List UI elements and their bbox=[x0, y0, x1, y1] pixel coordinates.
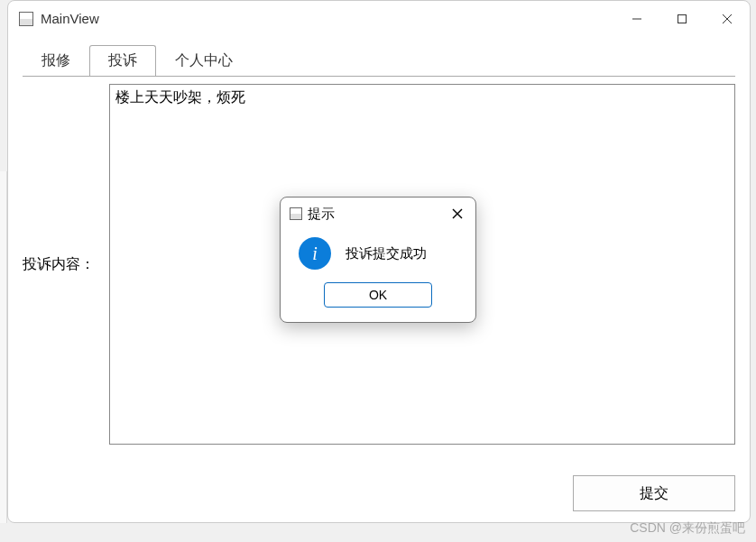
minimize-icon bbox=[632, 14, 642, 24]
dialog-titlebar: 提示 bbox=[281, 198, 475, 228]
submit-row: 提交 bbox=[23, 468, 735, 511]
submit-button[interactable]: 提交 bbox=[573, 475, 735, 511]
dialog-actions: OK bbox=[281, 282, 475, 322]
tab-repair[interactable]: 报修 bbox=[23, 45, 89, 77]
maximize-icon bbox=[677, 14, 687, 24]
tab-profile[interactable]: 个人中心 bbox=[156, 45, 252, 77]
close-button[interactable] bbox=[705, 1, 750, 36]
close-icon bbox=[451, 207, 464, 220]
watermark: CSDN @来份煎蛋吧 bbox=[630, 520, 745, 537]
dialog-body: i 投诉提交成功 bbox=[281, 228, 475, 282]
dialog-message: 投诉提交成功 bbox=[346, 245, 427, 262]
window-title: MainView bbox=[41, 11, 614, 26]
minimize-button[interactable] bbox=[614, 1, 659, 36]
dialog-close-button[interactable] bbox=[447, 203, 468, 225]
tab-complaint[interactable]: 投诉 bbox=[89, 45, 156, 77]
tab-bar: 报修 投诉 个人中心 bbox=[8, 37, 750, 76]
maximize-button[interactable] bbox=[659, 1, 705, 36]
background-panel-edge bbox=[0, 171, 7, 523]
dialog-title: 提示 bbox=[308, 206, 447, 223]
titlebar: MainView bbox=[8, 1, 750, 37]
app-icon bbox=[19, 12, 33, 26]
ok-button[interactable]: OK bbox=[324, 282, 432, 308]
svg-rect-1 bbox=[678, 14, 687, 23]
complaint-label: 投诉内容： bbox=[23, 84, 109, 274]
close-icon bbox=[722, 14, 733, 24]
dialog-app-icon bbox=[290, 207, 302, 220]
window-controls bbox=[614, 1, 750, 36]
info-dialog: 提示 i 投诉提交成功 OK bbox=[280, 197, 476, 323]
info-icon: i bbox=[299, 237, 331, 270]
